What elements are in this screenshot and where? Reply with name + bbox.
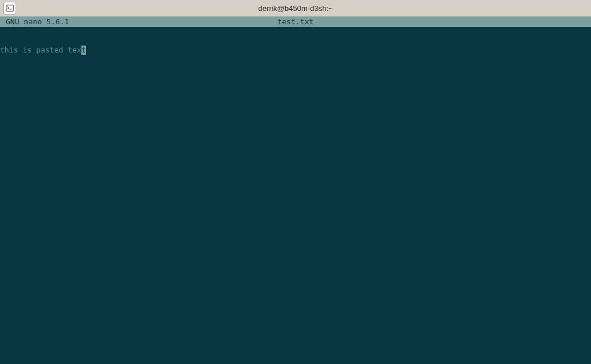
window-title: derrik@b450m-d3sh:~ [21,4,588,13]
editor-line: this is pasted text [0,46,591,55]
terminal-icon-svg [6,4,14,12]
terminal-icon[interactable] [3,2,16,14]
nano-version: GNU nano 5.6.1 [0,17,69,27]
window-titlebar: derrik@b450m-d3sh:~ [0,0,591,17]
svg-rect-0 [6,5,13,12]
cursor: t [81,46,86,55]
editor-area[interactable]: this is pasted text [0,27,591,364]
editor-text: this is pasted tex [0,46,81,55]
nano-filename: test.txt [278,17,314,27]
nano-header: GNU nano 5.6.1 test.txt [0,17,591,27]
